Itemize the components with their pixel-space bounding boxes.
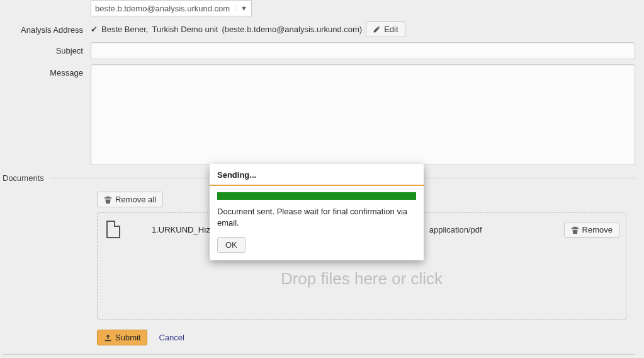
ok-button-label: OK (225, 240, 237, 250)
verified-unit: Turkish Demo unit (152, 25, 218, 34)
progress-bar (217, 192, 416, 200)
verified-name: Beste Bener, (101, 25, 148, 34)
remove-all-button[interactable]: Remove all (97, 192, 163, 207)
message-textarea[interactable] (91, 64, 635, 165)
modal-message: Document sent. Please wait for final con… (217, 206, 416, 228)
edit-button[interactable]: Edit (366, 21, 405, 37)
check-icon: ✔ (91, 25, 98, 34)
cancel-link[interactable]: Cancel (154, 330, 189, 345)
edit-button-label: Edit (384, 25, 398, 34)
subject-input[interactable] (91, 42, 635, 59)
verified-email: (beste.b.tdemo@analysis.urkund.com) (222, 25, 362, 34)
submit-button-label: Submit (115, 333, 140, 342)
trash-icon (104, 195, 112, 204)
file-type: application/pdf (429, 225, 482, 234)
message-label: Message (3, 64, 91, 78)
remove-all-label: Remove all (115, 195, 156, 204)
trash-icon (571, 226, 579, 234)
dropzone-placeholder: Drop files here or click (98, 269, 626, 289)
subject-label: Subject (3, 42, 91, 55)
ok-button[interactable]: OK (217, 237, 246, 253)
documents-section-title: Documents (3, 173, 50, 183)
remove-file-label: Remove (582, 225, 613, 234)
edit-icon (373, 25, 381, 33)
submit-button[interactable]: Submit (97, 330, 147, 345)
chevron-down-icon: ▼ (235, 4, 247, 12)
bottom-divider (3, 354, 635, 355)
file-icon (106, 221, 120, 238)
sending-modal: Sending... Document sent. Please wait fo… (210, 164, 424, 260)
modal-title: Sending... (210, 164, 424, 186)
remove-file-button[interactable]: Remove (564, 222, 619, 238)
from-email-value: beste.b.tdemo@analysis.urkund.com (95, 4, 230, 13)
upload-icon (104, 333, 112, 342)
analysis-address-label: Analysis Address (3, 21, 91, 35)
from-email-select[interactable]: beste.b.tdemo@analysis.urkund.com ▼ (91, 0, 252, 16)
